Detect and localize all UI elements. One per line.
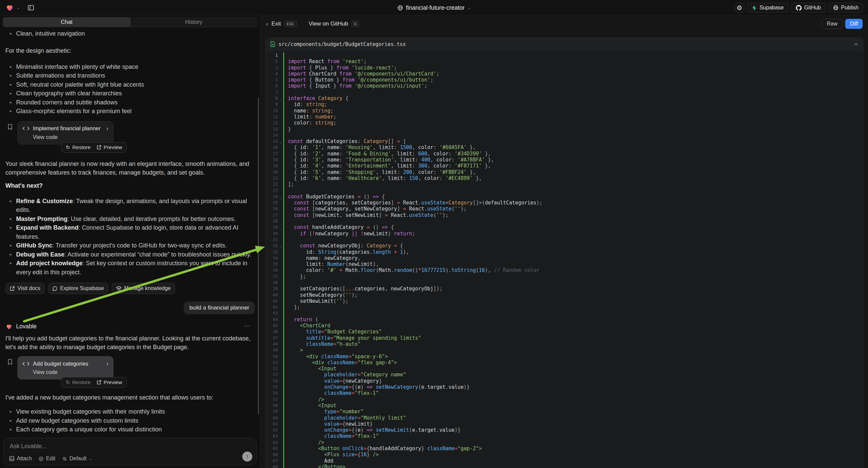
logo-chevron-down-icon[interactable]: ⌄ [17,6,20,10]
view-on-github-button[interactable]: View on GitHub [309,21,348,27]
line-number: 58 [266,403,278,409]
bullet-text: GitHub Sync: Transfer your project's cod… [16,241,227,250]
gear-icon: ⚙ [737,5,742,11]
file-card: src/components/budget/BudgetCategories.t… [266,38,863,468]
ask-lovable-input[interactable] [10,443,250,450]
github-label: GitHub [804,5,821,11]
send-button[interactable]: ↑ [242,451,252,462]
bullet-text: Debug with Ease: Activate our experiment… [16,250,251,259]
attach-button[interactable]: Attach [9,456,32,462]
line-number: 63 [266,433,278,439]
collapse-chevron-up-icon[interactable] [854,43,858,46]
diff-toggle-button[interactable]: Diff [845,19,863,29]
preview-button[interactable]: Preview [97,144,122,150]
code-text: placeholder="Category name" [283,372,406,378]
design-heading: For the design aesthetic: [5,46,255,55]
code-line: 60 placeholder="Monthly limit" [266,415,863,421]
code-line: 22]; [266,181,863,187]
bullet-text: Glass-morphic elements for a premium fee… [16,107,131,116]
code-brackets-icon [23,361,30,366]
code-line: 63 className="flex-1" [266,433,863,439]
list-item: Subtle animations and transitions [5,71,255,80]
g-kbd-badge: G [352,21,359,27]
fold-chevron-icon[interactable]: ⌄ [280,195,281,201]
code-text: { id: '2', name: 'Food & Dining', limit:… [283,151,491,157]
code-text: > [283,347,303,353]
view-code-link[interactable]: View code [33,134,108,140]
code-text: Add [283,458,333,464]
bookmark-icon[interactable] [7,359,13,365]
line-number: 51 [266,359,278,365]
code-line: 59 type="number" [266,409,863,415]
restore-button[interactable]: ↻Restore [66,144,91,150]
bullet-dot [10,111,11,112]
add-budget-categories-card[interactable]: Add budget categories › View code [18,356,114,379]
code-text: setNewCategory(''); [283,292,358,298]
bookmark-icon[interactable] [7,124,13,130]
code-text: { id: '1', name: 'Housing', limit: 1500,… [283,144,476,150]
supabase-button[interactable]: Supabase [747,3,788,13]
line-number: 1 [266,52,278,58]
code-line: 2import React from 'react'; [266,58,863,64]
code-text [283,237,291,243]
line-number: 59 [266,409,278,415]
added-bullet-list: View existing budget categories with the… [5,407,255,434]
code-line: 33 id: String(categories.length + 1), [266,249,863,255]
view-code-link[interactable]: View code [33,369,108,375]
settings-button[interactable]: ⚙ [735,3,745,13]
preview-button[interactable]: Preview [97,379,122,385]
code-text: <Input [283,403,337,409]
code-editor[interactable]: 1 2import React from 'react';3import { P… [266,51,863,468]
code-text: onChange={(e) => setNewCategory(e.target… [283,384,470,390]
line-number: 48 [266,341,278,347]
code-text: color: string; [283,120,337,126]
explore-supabase-button[interactable]: Explore Supabase [48,283,108,294]
line-number: 49 [266,347,278,353]
bullet-dot [10,429,11,430]
line-number: 41 [266,298,278,304]
github-button[interactable]: GitHub [791,3,826,13]
code-text: }; [283,304,300,310]
exit-button[interactable]: Exit [272,21,281,27]
tab-history[interactable]: History [130,18,257,27]
code-text: import ChartCard from '@/components/ui/C… [283,71,439,77]
target-icon [39,456,43,461]
code-text: color: '#' + Math.floor(Math.random()*16… [283,267,539,273]
list-item: Master Prompting: Use clear, detailed, a… [5,214,255,224]
chat-bubble-icon [52,286,57,291]
code-line: 45 <ChartCard [266,323,863,329]
restore-icon: ↻ [66,379,70,385]
sidebar-toggle-icon[interactable] [27,4,35,11]
edit-mode-button[interactable]: Edit [39,456,55,462]
bullet-text: Each category gets a unique color for vi… [16,425,162,434]
code-text: const [newCategory, setNewCategory] = Re… [283,206,467,212]
raw-toggle-button[interactable]: Raw [822,19,842,29]
fold-chevron-icon[interactable]: ⌄ [280,225,281,231]
previous-card-fragment [5,27,254,27]
fold-chevron-icon[interactable]: ⌄ [280,96,281,103]
manage-knowledge-button[interactable]: Manage knowledge [112,283,175,294]
implement-financial-planner-card[interactable]: Implement financial planner › View code [18,121,114,144]
file-header[interactable]: src/components/budget/BudgetCategories.t… [266,38,863,51]
line-number: 26 [266,206,278,212]
bullet-dot [10,93,11,94]
bullet-text: Rounded corners and subtle shadows [16,98,118,107]
line-number: 47 [266,335,278,341]
code-line: 6import { Input } from '@/components/ui/… [266,83,863,89]
code-line: 31 [266,237,863,243]
fold-chevron-icon[interactable]: ⌄ [280,244,281,250]
visit-docs-button[interactable]: Visit docs [5,283,44,294]
restore-button[interactable]: ↻Restore [66,379,91,385]
lovable-logo-icon[interactable] [5,4,14,12]
bullet-dot [10,218,11,220]
list-item: Minimalist interface with plenty of whit… [5,62,255,71]
more-options-icon[interactable]: ⋯ [244,322,251,330]
fold-chevron-icon[interactable]: ⌄ [280,139,281,145]
code-line: 20 { id: '5', name: 'Shopping', limit: 2… [266,169,863,175]
publish-button[interactable]: Publish [829,3,863,13]
tab-chat[interactable]: Chat [3,18,130,27]
bullet-dot [10,84,11,86]
project-switcher[interactable]: financial-future-creator ⌄ [397,0,471,16]
mode-selector[interactable]: Default ⌄ [62,456,92,462]
list-item: Add project knowledge: Set key context o… [5,259,255,276]
